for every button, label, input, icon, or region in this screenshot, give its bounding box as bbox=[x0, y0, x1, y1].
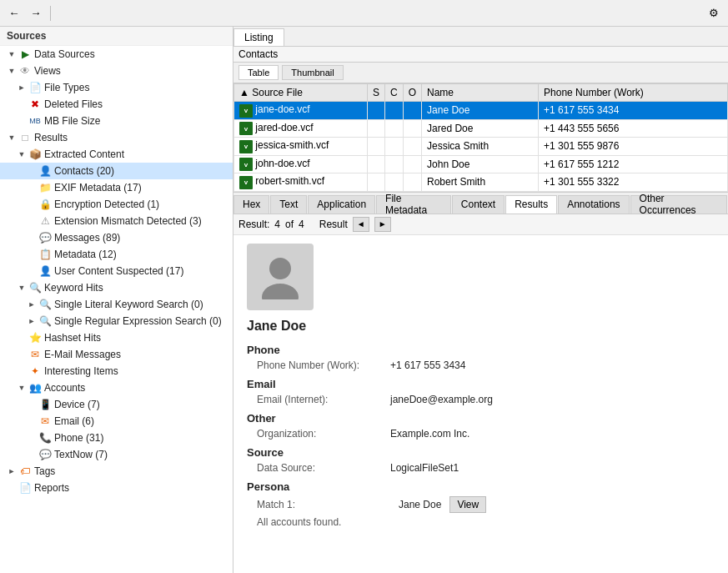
tree-item-metadata-item[interactable]: 📋Metadata (12) bbox=[0, 246, 233, 263]
tree-item-extracted-content[interactable]: ▼📦Extracted Content bbox=[0, 146, 233, 163]
tree-item-hashset-hits[interactable]: ⭐Hashset Hits bbox=[0, 329, 233, 346]
tree-item-deleted-files[interactable]: ✖Deleted Files bbox=[0, 96, 233, 113]
tree-item-email-messages[interactable]: ✉E-Mail Messages bbox=[0, 346, 233, 363]
expand-icon bbox=[27, 433, 37, 443]
persona-section-title: Persona bbox=[247, 480, 715, 493]
tab-table[interactable]: Table bbox=[238, 65, 279, 80]
forward-button[interactable]: → bbox=[27, 4, 45, 23]
device-icon: 📱 bbox=[38, 398, 52, 411]
tab-text[interactable]: Text bbox=[270, 195, 307, 214]
email-value: janeDoe@example.org bbox=[390, 394, 493, 405]
search-icon: 🔍 bbox=[38, 314, 52, 328]
tree-item-phone[interactable]: 📞Phone (31) bbox=[0, 430, 233, 446]
tree-item-single-regex[interactable]: ►🔍Single Regular Expression Search (0) bbox=[0, 313, 233, 329]
tree-item-exif[interactable]: 📁EXIF Metadata (17) bbox=[0, 179, 233, 196]
s-cell bbox=[368, 155, 385, 173]
tab-application[interactable]: Application bbox=[308, 195, 375, 214]
tree-item-keyword-hits[interactable]: ▼🔍Keyword Hits bbox=[0, 279, 233, 296]
name-cell: John Doe bbox=[422, 155, 539, 173]
metadata-icon: 📋 bbox=[38, 248, 52, 261]
tree-item-label: Metadata (12) bbox=[54, 249, 117, 260]
datasource-label: Data Source: bbox=[257, 462, 390, 474]
expand-icon bbox=[27, 249, 37, 259]
tab-results[interactable]: Results bbox=[505, 195, 557, 214]
view-persona-button[interactable]: View bbox=[449, 496, 486, 513]
table-row[interactable]: v john-doe.vcfJohn Doe+1 617 555 1212 bbox=[234, 155, 728, 173]
table-row[interactable]: v robert-smith.vcfRobert Smith+1 301 555… bbox=[234, 173, 728, 192]
tree-item-label: Messages (89) bbox=[54, 232, 120, 244]
listing-tab[interactable]: Listing bbox=[233, 28, 284, 46]
table-row[interactable]: v jessica-smith.vcfJessica Smith+1 301 5… bbox=[234, 138, 728, 156]
col-s[interactable]: S bbox=[368, 84, 385, 102]
vcf-icon: v bbox=[239, 104, 253, 118]
o-cell bbox=[403, 138, 421, 156]
tab-file-metadata[interactable]: File Metadata bbox=[376, 195, 451, 214]
hashset-icon: ⭐ bbox=[28, 331, 42, 344]
phone-cell: +1 617 555 3434 bbox=[539, 102, 728, 120]
datasource-row: Data Source: LogicalFileSet1 bbox=[247, 462, 715, 474]
settings-button[interactable]: ⚙ bbox=[705, 4, 723, 23]
tab-annotations[interactable]: Annotations bbox=[558, 195, 629, 214]
listing-tabs: Listing bbox=[233, 27, 728, 47]
tab-other-occurrences[interactable]: Other Occurrences bbox=[630, 195, 727, 214]
keywords-icon: 🔍 bbox=[28, 281, 42, 294]
tree-item-results[interactable]: ▼□Results bbox=[0, 129, 233, 146]
tree-item-views[interactable]: ▼👁Views bbox=[0, 63, 233, 79]
tree-item-email-acc[interactable]: ✉Email (6) bbox=[0, 413, 233, 430]
tree-item-user-content[interactable]: 👤User Content Suspected (17) bbox=[0, 263, 233, 279]
expand-icon bbox=[17, 349, 27, 359]
tree-item-reports[interactable]: 📄Reports bbox=[0, 480, 233, 496]
col-c[interactable]: C bbox=[385, 84, 404, 102]
content-area: Sources ▼▶Data Sources▼👁Views►📄File Type… bbox=[0, 27, 728, 573]
expand-icon: ▼ bbox=[7, 66, 17, 76]
phone-label: Phone Number (Work): bbox=[257, 359, 390, 371]
tree-item-textnow[interactable]: 💬TextNow (7) bbox=[0, 446, 233, 463]
back-button[interactable]: ← bbox=[5, 4, 23, 23]
col-name[interactable]: Name bbox=[422, 84, 539, 102]
tree-item-label: Contacts (20) bbox=[54, 165, 114, 177]
tree-item-interesting-items[interactable]: ✦Interesting Items bbox=[0, 363, 233, 379]
tree-item-label: Results bbox=[34, 132, 68, 143]
tree-item-file-size[interactable]: MBMB File Size bbox=[0, 113, 233, 129]
table-row[interactable]: v jane-doe.vcfJane Doe+1 617 555 3434 bbox=[234, 102, 728, 120]
tree-item-encryption[interactable]: 🔒Encryption Detected (1) bbox=[0, 196, 233, 213]
reports-icon: 📄 bbox=[18, 481, 32, 495]
svg-point-0 bbox=[269, 258, 291, 279]
source-file-cell: v robert-smith.vcf bbox=[234, 173, 368, 192]
tree-item-messages[interactable]: 💬Messages (89) bbox=[0, 229, 233, 246]
tree-item-label: Email (6) bbox=[54, 415, 94, 427]
tab-hex[interactable]: Hex bbox=[233, 195, 269, 214]
source-file-cell: v john-doe.vcf bbox=[234, 155, 368, 173]
tree-item-file-types[interactable]: ►📄File Types bbox=[0, 79, 233, 96]
c-cell bbox=[385, 155, 404, 173]
tags-icon: 🏷 bbox=[18, 465, 32, 478]
tree-item-single-literal[interactable]: ►🔍Single Literal Keyword Search (0) bbox=[0, 296, 233, 313]
c-cell bbox=[385, 173, 404, 192]
tree-item-data-sources[interactable]: ▼▶Data Sources bbox=[0, 46, 233, 63]
tab-context[interactable]: Context bbox=[452, 195, 505, 214]
table-row[interactable]: v jared-doe.vcfJared Doe+1 443 555 5656 bbox=[234, 119, 728, 138]
result-current: 4 bbox=[274, 219, 280, 230]
table-body: v jane-doe.vcfJane Doe+1 617 555 3434v j… bbox=[234, 102, 728, 192]
col-phone[interactable]: Phone Number (Work) bbox=[539, 84, 728, 102]
phone-cell: +1 617 555 1212 bbox=[539, 155, 728, 173]
expand-icon bbox=[7, 483, 17, 493]
vcf-icon: v bbox=[239, 158, 253, 171]
tree-item-accounts[interactable]: ▼👥Accounts bbox=[0, 379, 233, 396]
tree-item-device[interactable]: 📱Device (7) bbox=[0, 396, 233, 413]
org-value: Example.com Inc. bbox=[390, 428, 469, 440]
tree-item-label: Device (7) bbox=[54, 399, 100, 410]
tree-item-tags[interactable]: ►🏷Tags bbox=[0, 463, 233, 480]
tree-item-label: Reports bbox=[34, 482, 69, 494]
col-source-file[interactable]: ▲ Source File bbox=[234, 84, 368, 102]
next-result-button[interactable]: ► bbox=[374, 217, 391, 232]
prev-result-button[interactable]: ◄ bbox=[353, 217, 369, 232]
messages-icon: 💬 bbox=[38, 231, 52, 244]
tab-thumbnail[interactable]: Thumbnail bbox=[282, 65, 343, 80]
table-header-row: ▲ Source File S C O Name Phone Number (W… bbox=[234, 84, 728, 102]
tree-item-label: Single Literal Keyword Search (0) bbox=[54, 299, 203, 310]
tree-item-contacts[interactable]: 👤Contacts (20) bbox=[0, 163, 233, 179]
tree-item-extension-mismatch[interactable]: ⚠Extension Mismatch Detected (3) bbox=[0, 213, 233, 229]
col-o[interactable]: O bbox=[403, 84, 421, 102]
usercontent-icon: 👤 bbox=[38, 264, 52, 278]
